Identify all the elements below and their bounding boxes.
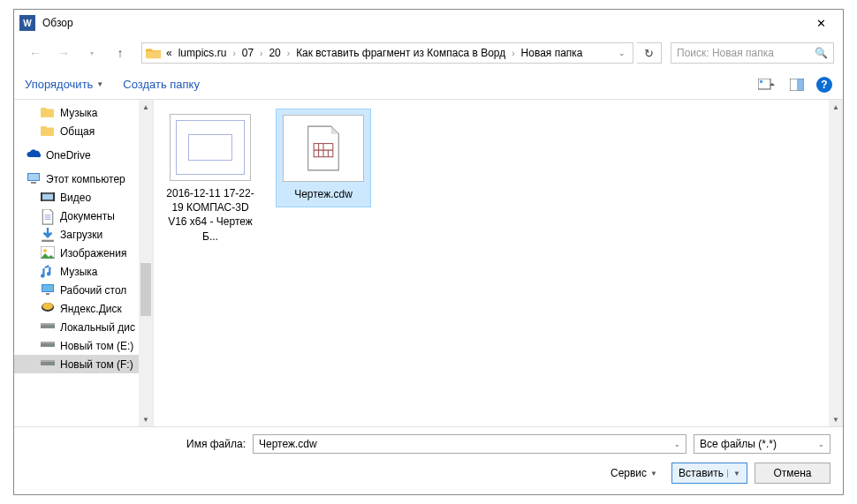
svg-rect-3 [797, 79, 804, 91]
dialog-body: МузыкаОбщаяOneDriveЭтот компьютерВидеоДо… [14, 100, 843, 427]
tree-item-label: Этот компьютер [46, 173, 125, 185]
filename-input[interactable]: Чертеж.cdw ⌄ [253, 434, 686, 454]
tree-item-label: Яндекс.Диск [60, 303, 122, 315]
tree-item-label: Общая [60, 125, 95, 138]
search-icon: 🔍 [815, 47, 828, 59]
tree-item[interactable]: Новый том (E:) [14, 336, 153, 355]
breadcrumb-item[interactable]: 20 [267, 46, 282, 60]
svg-rect-5 [28, 174, 39, 180]
file-name: 2016-12-11 17-22-19 КОМПАС-3D V16 x64 - … [166, 186, 254, 244]
tree-item[interactable]: Рабочий стол [14, 281, 153, 299]
breadcrumb-item[interactable]: Как вставить фрагмент из Компаса в Ворд [294, 46, 507, 60]
titlebar: W Обзор ✕ [14, 10, 843, 36]
svg-point-24 [51, 344, 53, 346]
nav-tree[interactable]: МузыкаОбщаяOneDriveЭтот компьютерВидеоДо… [14, 100, 154, 426]
drive-icon [41, 320, 55, 335]
svg-rect-15 [42, 285, 53, 291]
tree-item[interactable]: Этот компьютер [14, 169, 153, 188]
breadcrumb-item[interactable]: lumpics.ru [177, 46, 229, 60]
pc-icon [27, 172, 41, 186]
svg-rect-8 [42, 194, 53, 199]
breadcrumb-item[interactable]: Новая папка [520, 46, 585, 60]
chevron-down-icon[interactable]: ⌄ [818, 440, 824, 448]
svg-rect-26 [41, 360, 55, 362]
up-button[interactable]: ↑ [108, 42, 133, 64]
cancel-button[interactable]: Отмена [755, 463, 830, 484]
history-dropdown[interactable]: ▾ [80, 42, 104, 64]
forward-button[interactable]: → [51, 42, 76, 64]
tree-item-label: Видео [60, 192, 91, 204]
breadcrumb-prefix: « [164, 46, 174, 60]
image-icon [41, 246, 55, 260]
tree-item[interactable]: Изображения [14, 244, 153, 262]
file-type-filter[interactable]: Все файлы (*.*) ⌄ [694, 434, 830, 454]
files-scrollbar[interactable]: ▲ ▼ [829, 100, 843, 426]
breadcrumb-item[interactable]: 07 [240, 46, 255, 60]
chevron-right-icon: › [510, 49, 516, 58]
drive-icon [41, 357, 55, 372]
onedrive-icon [27, 148, 41, 162]
folder-icon [146, 46, 162, 60]
tools-button[interactable]: Сервис ▼ [611, 467, 657, 479]
chevron-down-icon[interactable]: ⌄ [674, 440, 680, 448]
desktop-icon [41, 283, 55, 297]
help-button[interactable]: ? [816, 77, 832, 93]
tree-item[interactable]: Локальный дис [14, 318, 153, 336]
svg-rect-1 [760, 80, 762, 83]
drive-icon [41, 339, 55, 353]
chevron-right-icon: › [285, 49, 292, 58]
scroll-up-icon[interactable]: ▲ [139, 100, 153, 114]
tree-item-label: Новый том (F:) [60, 358, 133, 371]
address-dropdown-icon[interactable]: ⌄ [615, 49, 629, 57]
tree-item[interactable]: Музыка [14, 262, 153, 281]
tree-item[interactable]: Видео [14, 188, 153, 207]
svg-point-13 [43, 249, 47, 252]
scroll-down-icon[interactable]: ▼ [139, 412, 153, 426]
svg-rect-11 [42, 239, 54, 241]
download-icon [41, 228, 55, 242]
chevron-down-icon: ▼ [650, 470, 657, 478]
insert-button[interactable]: Вставить ▼ [671, 463, 747, 484]
scroll-up-icon[interactable]: ▲ [829, 100, 843, 114]
file-thumbnail [170, 114, 251, 181]
tree-scrollbar[interactable]: ▲ ▼ [139, 100, 153, 426]
back-button[interactable]: ← [23, 42, 48, 64]
svg-rect-6 [31, 182, 36, 184]
tree-item-label: Музыка [60, 266, 97, 278]
search-placeholder: Поиск: Новая папка [677, 47, 774, 59]
preview-pane-button[interactable] [786, 76, 808, 94]
tree-item-label: Локальный дис [60, 321, 135, 334]
search-input[interactable]: Поиск: Новая папка 🔍 [671, 42, 834, 64]
word-icon: W [19, 15, 35, 31]
organize-button[interactable]: Упорядочить ▼ [25, 78, 103, 91]
tree-item[interactable]: Музыка [14, 103, 153, 122]
chevron-down-icon: ▼ [96, 80, 103, 88]
close-button[interactable]: ✕ [801, 11, 841, 35]
tree-item[interactable]: Общая [14, 122, 153, 140]
folder-icon [41, 124, 55, 139]
video-icon [41, 191, 55, 205]
tree-item-label: Загрузки [60, 229, 102, 241]
svg-rect-20 [41, 323, 55, 325]
tree-item[interactable]: OneDrive [14, 146, 153, 164]
svg-point-27 [51, 363, 53, 365]
tree-item[interactable]: Документы [14, 207, 153, 225]
new-folder-button[interactable]: Создать папку [123, 78, 200, 91]
folder-icon [41, 106, 55, 120]
file-item[interactable]: Чертеж.cdw [276, 109, 371, 207]
tree-item[interactable]: Загрузки [14, 225, 153, 244]
chevron-down-icon[interactable]: ▼ [727, 470, 740, 478]
svg-point-18 [42, 303, 53, 310]
view-options-button[interactable] [756, 76, 777, 94]
refresh-button[interactable]: ↻ [637, 42, 662, 64]
scroll-down-icon[interactable]: ▼ [829, 412, 843, 426]
file-list[interactable]: 2016-12-11 17-22-19 КОМПАС-3D V16 x64 - … [154, 100, 843, 426]
address-bar[interactable]: « lumpics.ru › 07 › 20 › Как вставить фр… [141, 42, 633, 64]
file-item[interactable]: 2016-12-11 17-22-19 КОМПАС-3D V16 x64 - … [163, 109, 258, 249]
svg-rect-16 [46, 293, 49, 295]
tree-item[interactable]: Новый том (F:) [14, 355, 153, 373]
tree-item[interactable]: Яндекс.Диск [14, 299, 153, 318]
scroll-thumb[interactable] [140, 263, 151, 316]
dialog-title: Обзор [42, 17, 801, 29]
yadisk-icon [41, 302, 55, 316]
